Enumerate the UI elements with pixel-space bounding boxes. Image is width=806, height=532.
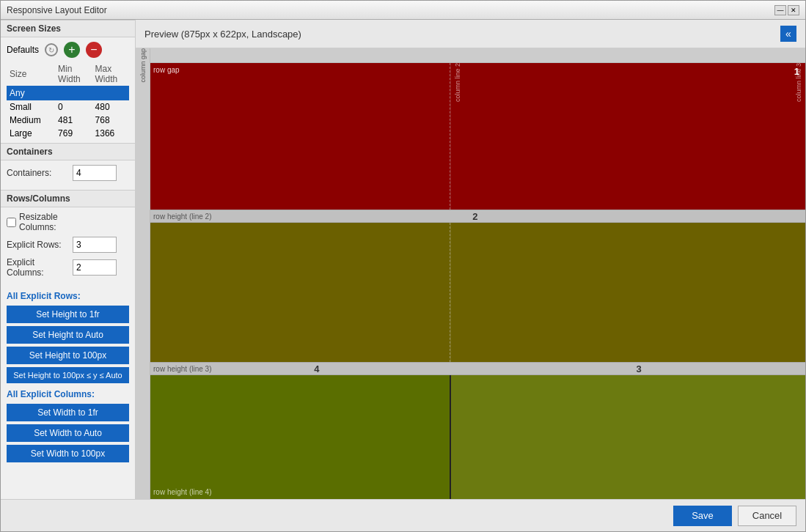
screen-sizes-table: Size MinWidth MaxWidth Any Small (7, 62, 129, 140)
col-divider-1 (450, 63, 450, 210)
screen-size-row-small[interactable]: Small 0 480 (7, 100, 129, 114)
cell-row2-col1 (150, 223, 451, 362)
row-3: row height (line 4) (150, 375, 805, 499)
col-header-min: MinWidth (55, 62, 92, 86)
left-panel: Screen Sizes Defaults ↻ + − Size (1, 20, 136, 499)
refresh-icon: ↻ (48, 46, 54, 54)
minimize-button[interactable]: — (774, 5, 786, 15)
remove-icon: − (90, 44, 97, 56)
cell-row3-col1: row height (line 4) (150, 375, 451, 499)
screen-sizes-header: Screen Sizes (1, 20, 135, 37)
set-width-100px-button[interactable]: Set Width to 100px (7, 445, 129, 462)
screen-size-row-medium[interactable]: Medium 481 768 (7, 114, 129, 127)
explicit-rows-input[interactable] (73, 237, 117, 253)
collapse-button[interactable]: « (780, 26, 796, 42)
row-height-line2-label: row height (line 2) (150, 213, 211, 221)
set-width-1fr-button[interactable]: Set Width to 1fr (7, 404, 129, 421)
row-height-line3-label: row height (line 3) (150, 365, 211, 373)
row-1: row gap 1 column line 2 column line 3 (150, 63, 805, 210)
set-height-100px-auto-button[interactable]: Set Height to 100px ≤ y ≤ Auto (7, 367, 129, 383)
grid-wrapper: row gap 1 column line 2 column line 3 (150, 63, 805, 499)
column-line-3-label: column line 3 (795, 63, 802, 105)
right-panel: Preview (875px x 622px, Landscape) « col… (136, 20, 805, 499)
defaults-label: Defaults (7, 45, 39, 55)
explicit-rows-label: Explicit Rows: (7, 240, 73, 250)
rows-columns-content: ResizableColumns: Explicit Rows: Explici… (1, 207, 135, 287)
size-any-max (92, 86, 129, 100)
row-separator-3: row height (line 3) 4 3 (150, 362, 805, 375)
title-bar-buttons: — ✕ (774, 5, 799, 15)
size-small-label: Small (7, 100, 55, 114)
window-title: Responsive Layout Editor (7, 5, 107, 15)
set-width-auto-button[interactable]: Set Width to Auto (7, 424, 129, 442)
cell-row1-col1: row gap (150, 63, 451, 210)
defaults-row: Defaults ↻ + − (1, 37, 135, 62)
add-icon: + (68, 44, 75, 56)
cell-number-4: 4 (314, 363, 319, 374)
containers-input[interactable] (73, 165, 117, 181)
set-height-100px-button[interactable]: Set Height to 100px (7, 347, 129, 364)
size-medium-max: 768 (92, 114, 129, 127)
set-height-1fr-button[interactable]: Set Height to 1fr (7, 306, 129, 323)
close-icon: ✕ (791, 7, 796, 14)
save-button[interactable]: Save (673, 506, 732, 526)
explicit-columns-label: Explicit Columns: (7, 257, 73, 278)
add-screen-size-button[interactable]: + (64, 42, 80, 58)
col-header-size: Size (7, 62, 55, 86)
resizable-columns-row: ResizableColumns: (7, 212, 129, 232)
size-small-max: 480 (92, 100, 129, 114)
containers-content: Containers: (1, 160, 135, 190)
cell-row2-col2 (451, 223, 805, 362)
cell-number-3: 3 (637, 363, 642, 374)
minimize-icon: — (777, 7, 784, 14)
size-medium-min: 481 (55, 114, 92, 127)
title-bar: Responsive Layout Editor — ✕ (1, 1, 805, 20)
explicit-columns-input[interactable] (73, 259, 117, 276)
remove-screen-size-button[interactable]: − (86, 42, 102, 58)
collapse-icon: « (785, 28, 791, 40)
explicit-columns-row: Explicit Columns: (7, 257, 129, 278)
cancel-button[interactable]: Cancel (738, 506, 796, 526)
containers-row: Containers: (7, 165, 129, 181)
containers-label: Containers: (7, 168, 73, 178)
row-2 (150, 223, 805, 362)
row-gap-label: row gap (153, 66, 180, 74)
preview-area: column gap row gap (136, 48, 805, 499)
explicit-rows-row: Explicit Rows: (7, 237, 129, 253)
row-separator-2: row height (line 2) 2 (150, 210, 805, 223)
rows-columns-header: Rows/Columns (1, 190, 135, 207)
screen-size-row-large[interactable]: Large 769 1366 (7, 127, 129, 140)
main-window: Responsive Layout Editor — ✕ Screen Size… (0, 0, 806, 532)
col-divider-2 (450, 223, 450, 362)
col-header-max: MaxWidth (92, 62, 129, 86)
size-small-min: 0 (55, 100, 92, 114)
size-large-max: 1366 (92, 127, 129, 140)
main-content: Screen Sizes Defaults ↻ + − Size (1, 20, 805, 499)
screen-sizes-table-container: Size MinWidth MaxWidth Any Small (1, 62, 135, 143)
size-medium-label: Medium (7, 114, 55, 127)
size-large-label: Large (7, 127, 55, 140)
footer-bar: Save Cancel (1, 499, 805, 531)
cell-row1-col2: 1 column line 2 column line 3 (451, 63, 805, 210)
row-line-number-2: 2 (472, 211, 477, 222)
ruler-top (150, 48, 805, 63)
all-explicit-columns-header: All Explicit Columns: (1, 385, 135, 402)
containers-header: Containers (1, 143, 135, 160)
size-large-min: 769 (55, 127, 92, 140)
size-any-label: Any (7, 86, 55, 100)
ruler-left: column gap (136, 48, 150, 499)
resizable-columns-checkbox[interactable] (7, 218, 16, 227)
set-height-auto-button[interactable]: Set Height to Auto (7, 326, 129, 344)
screen-size-row-any[interactable]: Any (7, 86, 129, 100)
all-explicit-rows-header: All Explicit Rows: (1, 287, 135, 304)
preview-title: Preview (875px x 622px, Landscape) (144, 29, 301, 40)
preview-header: Preview (875px x 622px, Landscape) « (136, 20, 805, 48)
column-line-2-label: column line 2 (454, 63, 461, 105)
size-any-min (55, 86, 92, 100)
column-gap-ruler-label: column gap (139, 48, 147, 86)
row-height-line4-label: row height (line 4) (153, 488, 211, 496)
cell-row3-col2 (451, 375, 805, 499)
refresh-button[interactable]: ↻ (45, 43, 58, 56)
close-button[interactable]: ✕ (788, 5, 799, 15)
resizable-columns-label: ResizableColumns: (19, 212, 58, 232)
